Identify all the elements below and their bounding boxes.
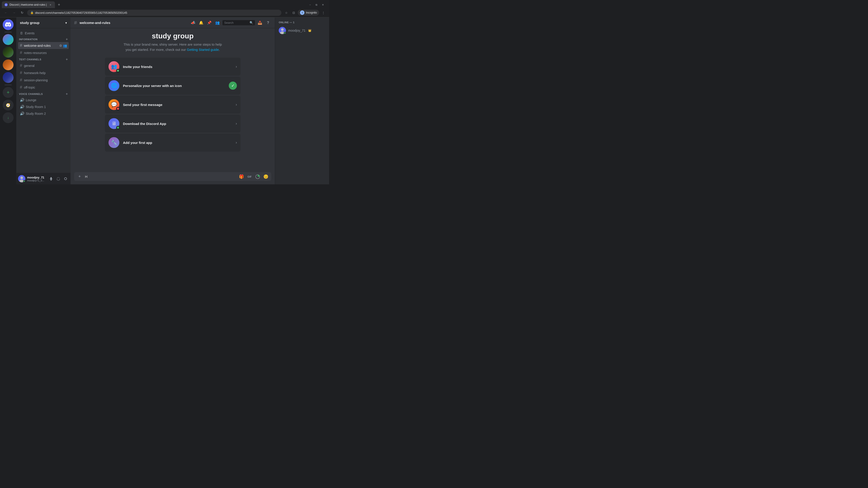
back-button[interactable]: ← xyxy=(3,9,9,16)
channel-name-welcome: welcome-and-rules xyxy=(24,44,51,47)
huddle-button[interactable]: 📣 xyxy=(190,20,196,26)
deafen-button[interactable] xyxy=(55,175,61,182)
channel-settings-icon[interactable]: ⚙ xyxy=(59,44,62,47)
active-tab[interactable]: D Discord | #welcome-and-rules | ✕ xyxy=(2,1,55,8)
forward-button[interactable]: → xyxy=(11,9,17,16)
channel-general[interactable]: # general xyxy=(18,62,69,69)
channel-study-room-2[interactable]: 🔊 Study Room 2 xyxy=(18,110,69,117)
first-message-card[interactable]: 💬 ! Send your first message › xyxy=(105,96,241,113)
text-channels-label: TEXT CHANNELS xyxy=(19,58,41,61)
lock-icon: 🔒 xyxy=(30,11,34,14)
download-apps-button[interactable]: ↓ xyxy=(3,112,13,123)
server-icon-2[interactable] xyxy=(3,47,13,58)
first-app-chevron: › xyxy=(236,140,237,144)
inbox-button[interactable]: 📥 xyxy=(257,20,263,26)
gif-button[interactable]: GIF xyxy=(246,173,253,180)
text-channels-category[interactable]: TEXT CHANNELS + xyxy=(17,57,70,62)
invite-friends-card[interactable]: 👥 + Invite your friends › xyxy=(105,58,241,76)
server-welcome-title: study group xyxy=(105,32,241,40)
user-name: moodjoy_71 xyxy=(27,176,46,179)
channel-lounge[interactable]: 🔊 Lounge xyxy=(18,97,69,103)
channel-study-room-1[interactable]: 🔊 Study Room 1 xyxy=(18,103,69,110)
pinned-button[interactable]: 📌 xyxy=(206,20,213,26)
message-badge: ! xyxy=(116,107,120,110)
user-discriminator: moodjoy71_0... xyxy=(27,179,46,182)
main-content: # welcome-and-rules 📣 🔔 📌 👥 Search 🔍 📥 ?… xyxy=(70,18,275,184)
server-header[interactable]: study group ▾ xyxy=(16,18,70,28)
close-button[interactable]: ✕ xyxy=(320,2,326,7)
window-controls: − ⧉ ✕ xyxy=(307,2,327,7)
channel-homework-help[interactable]: # homework-help xyxy=(18,69,69,76)
settings-button[interactable] xyxy=(62,175,69,182)
add-attachment-button[interactable]: + xyxy=(76,173,83,180)
first-app-card[interactable]: 🔧 Add your first app › xyxy=(105,133,241,152)
mute-button[interactable] xyxy=(48,175,54,182)
download-app-label: Download the Discord App xyxy=(123,122,232,126)
new-tab-button[interactable]: + xyxy=(56,2,62,8)
server-separator-2 xyxy=(4,85,12,85)
server-icon-4[interactable] xyxy=(3,72,13,83)
svg-point-5 xyxy=(281,28,284,31)
profile-button[interactable]: I Incognito xyxy=(298,10,319,15)
invite-friends-chevron: › xyxy=(236,65,237,69)
bookmark-button[interactable]: ☆ xyxy=(283,9,289,16)
voice-channels-add-icon[interactable]: + xyxy=(66,92,68,96)
message-input-box: + 🎁 GIF 😊 xyxy=(74,172,271,181)
information-add-icon[interactable]: + xyxy=(66,37,68,41)
maximize-button[interactable]: ⧉ xyxy=(314,2,319,7)
personalize-check: ✓ xyxy=(229,82,237,90)
channel-name-lounge: Lounge xyxy=(26,98,36,102)
explore-servers-button[interactable]: 🧭 xyxy=(3,100,13,110)
download-badge: ! xyxy=(116,126,120,129)
more-options-button[interactable]: ⋮ xyxy=(320,9,327,16)
download-app-card[interactable]: 🖥 ! Download the Discord App › xyxy=(105,115,241,133)
voice-channels-category[interactable]: VOICE CHANNELS + xyxy=(17,91,70,96)
tab-close-button[interactable]: ✕ xyxy=(49,3,52,6)
hash-icon-session: # xyxy=(20,78,22,83)
crown-icon: 👑 xyxy=(308,29,311,32)
getting-started-link[interactable]: Getting Started guide xyxy=(187,48,219,52)
sticker-button[interactable] xyxy=(254,173,261,180)
url-bar[interactable]: 🔒 discord.com/channels/11827053640729355… xyxy=(27,10,281,16)
user-panel: moodjoy_71 moodjoy71_0... xyxy=(16,173,70,184)
first-message-chevron: › xyxy=(236,103,237,107)
browser-chrome: D Discord | #welcome-and-rules | ✕ + − ⧉… xyxy=(0,0,329,18)
personalize-icon-card[interactable]: 🌐 Personalize your server with an icon ✓ xyxy=(105,76,241,95)
member-name: moodjoy_71 xyxy=(288,29,305,32)
server-welcome: study group This is your brand new, shin… xyxy=(105,32,241,52)
add-server-button[interactable]: + xyxy=(3,87,13,98)
online-header: ONLINE — 1 xyxy=(277,21,327,24)
personalize-icon-icon: 🌐 xyxy=(108,80,119,91)
server-icon-3[interactable] xyxy=(3,59,13,70)
tab-bar: D Discord | #welcome-and-rules | ✕ + − ⧉… xyxy=(0,0,329,8)
channel-invite-icon[interactable]: 👥 xyxy=(63,44,67,47)
split-screen-button[interactable]: ⊡ xyxy=(290,9,297,16)
events-item[interactable]: 🗓 Events xyxy=(18,30,69,36)
notifications-button[interactable]: 🔔 xyxy=(198,20,204,26)
address-actions: ☆ ⊡ I Incognito ⋮ xyxy=(283,9,327,16)
channel-notes-resources[interactable]: # notes-resources xyxy=(18,49,69,56)
message-input[interactable] xyxy=(84,172,237,181)
refresh-button[interactable]: ↻ xyxy=(19,9,25,16)
message-input-area: + 🎁 GIF 😊 xyxy=(70,172,275,184)
download-app-chevron: › xyxy=(236,122,237,126)
user-info: moodjoy_71 moodjoy71_0... xyxy=(27,176,46,182)
channel-name-general: general xyxy=(24,64,35,68)
channel-session-planning[interactable]: # session-planning xyxy=(18,76,69,84)
help-button[interactable]: ? xyxy=(265,20,271,26)
download-app-icon: 🖥 ! xyxy=(108,118,119,129)
emoji-button[interactable]: 😊 xyxy=(262,173,270,180)
information-category[interactable]: INFORMATION + xyxy=(17,36,70,42)
channel-off-topic[interactable]: # off-topic xyxy=(18,84,69,91)
members-button[interactable]: 👥 xyxy=(214,20,221,26)
gift-button[interactable]: 🎁 xyxy=(238,173,245,180)
search-box[interactable]: Search 🔍 xyxy=(222,20,255,25)
member-moodjoy[interactable]: moodjoy_71 👑 xyxy=(277,26,327,35)
minimize-button[interactable]: − xyxy=(307,2,313,7)
events-label: Events xyxy=(25,31,35,35)
channel-welcome-and-rules[interactable]: # welcome-and-rules ⚙ 👥 xyxy=(18,42,69,49)
server-icon-studygroup[interactable] xyxy=(3,34,13,45)
search-icon: 🔍 xyxy=(250,21,253,24)
discord-home-button[interactable] xyxy=(3,19,13,30)
text-channels-add-icon[interactable]: + xyxy=(66,57,68,61)
